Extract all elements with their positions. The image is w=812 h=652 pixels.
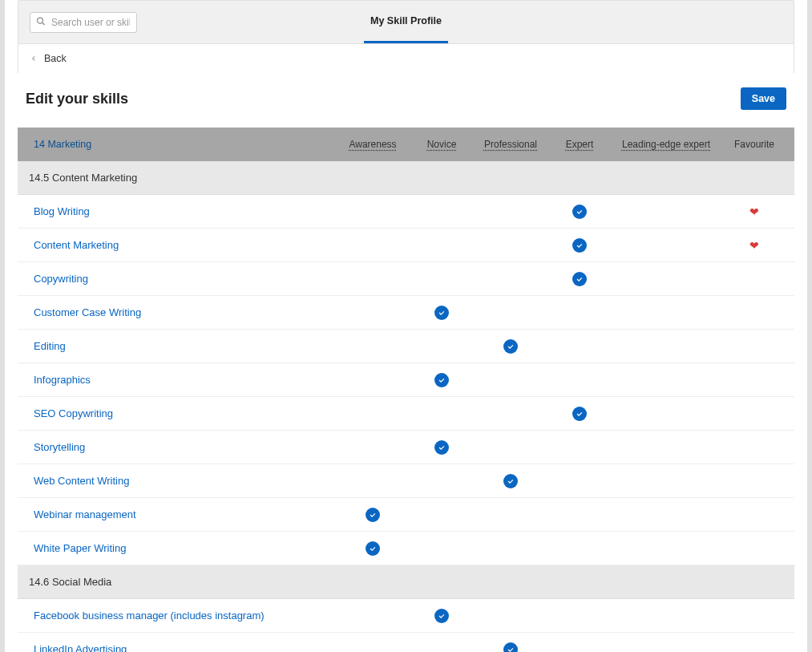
level-cell[interactable] [545, 272, 614, 286]
col-header-professional[interactable]: Professional [476, 139, 545, 150]
skill-link[interactable]: Customer Case Writing [34, 306, 141, 318]
skill-link[interactable]: Content Marketing [34, 239, 119, 251]
level-cell[interactable] [407, 306, 476, 320]
level-cell[interactable] [545, 205, 614, 219]
skill-row: Copywriting [18, 262, 794, 296]
page-edge-right [807, 0, 812, 652]
skill-table: 14 Marketing Awareness Novice Profession… [18, 128, 794, 652]
check-icon[interactable] [434, 609, 449, 623]
tab-my-skill-profile[interactable]: My Skill Profile [364, 1, 448, 43]
table-header-row: 14 Marketing Awareness Novice Profession… [18, 128, 794, 161]
chevron-left-icon [30, 52, 38, 65]
skill-row: Blog Writing❤ [18, 195, 794, 229]
check-icon[interactable] [572, 238, 587, 253]
check-icon[interactable] [572, 205, 587, 219]
skill-row: Content Marketing❤ [18, 229, 794, 262]
skill-link[interactable]: Web Content Writing [34, 475, 129, 487]
skill-name-cell: Web Content Writing [18, 475, 338, 487]
check-icon[interactable] [434, 306, 449, 320]
category-link-cell: 14 Marketing [18, 139, 338, 150]
search-input[interactable] [30, 12, 137, 33]
skill-link[interactable]: Copywriting [34, 273, 88, 285]
skill-row: Infographics [18, 363, 794, 397]
check-icon[interactable] [434, 373, 449, 387]
col-header-awareness[interactable]: Awareness [338, 139, 407, 150]
check-icon[interactable] [503, 474, 518, 488]
skill-name-cell: Webinar management [18, 508, 338, 520]
section-title: 14.6 Social Media [29, 576, 111, 588]
search-icon [36, 16, 46, 28]
skill-name-cell: Infographics [18, 374, 338, 386]
skill-link[interactable]: SEO Copywriting [34, 407, 113, 419]
skill-link[interactable]: Webinar management [34, 508, 136, 520]
skill-row: Editing [18, 330, 794, 363]
topbar: My Skill Profile [18, 0, 794, 44]
skill-row: Facebook business manager (includes inst… [18, 599, 794, 633]
skill-link[interactable]: Blog Writing [34, 205, 90, 217]
level-cell[interactable] [545, 407, 614, 421]
skill-link[interactable]: Infographics [34, 374, 91, 386]
level-cell[interactable] [407, 373, 476, 387]
svg-point-0 [38, 18, 43, 23]
col-header-novice[interactable]: Novice [407, 139, 476, 150]
skill-row: Webinar management [18, 498, 794, 532]
skill-link[interactable]: Editing [34, 340, 66, 352]
check-icon[interactable] [366, 508, 380, 522]
skill-name-cell: Copywriting [18, 273, 338, 285]
skill-row: LinkedIn Advertising [18, 633, 794, 652]
page-title: Edit your skills [26, 91, 128, 107]
skill-link[interactable]: White Paper Writing [34, 542, 126, 554]
check-icon[interactable] [572, 272, 587, 286]
skill-name-cell: Content Marketing [18, 239, 338, 251]
col-header-expert[interactable]: Expert [545, 139, 614, 150]
tab-nav: My Skill Profile [364, 1, 448, 43]
favourite-cell[interactable]: ❤ [718, 205, 790, 218]
favourite-cell[interactable]: ❤ [718, 239, 790, 252]
skill-link[interactable]: LinkedIn Advertising [34, 643, 127, 652]
skill-link[interactable]: Facebook business manager (includes inst… [34, 609, 265, 622]
skill-name-cell: SEO Copywriting [18, 407, 338, 419]
skill-row: White Paper Writing [18, 532, 794, 565]
col-header-leading-edge[interactable]: Leading-edge expert [614, 139, 718, 150]
check-icon[interactable] [366, 541, 380, 556]
section-header: 14.6 Social Media [18, 565, 794, 599]
level-cell[interactable] [545, 238, 614, 253]
save-button[interactable]: Save [741, 87, 786, 110]
title-row: Edit your skills Save [18, 73, 794, 128]
level-cell[interactable] [476, 642, 545, 653]
skill-name-cell: Customer Case Writing [18, 306, 338, 318]
skill-row: Storytelling [18, 431, 794, 464]
skill-name-cell: LinkedIn Advertising [18, 643, 338, 652]
heart-icon[interactable]: ❤ [749, 205, 759, 218]
check-icon[interactable] [434, 440, 449, 455]
category-link[interactable]: 14 Marketing [34, 139, 91, 150]
heart-icon[interactable]: ❤ [749, 239, 759, 252]
skill-name-cell: Facebook business manager (includes inst… [18, 609, 338, 622]
skill-name-cell: Blog Writing [18, 205, 338, 217]
level-cell[interactable] [476, 474, 545, 488]
skill-name-cell: White Paper Writing [18, 542, 338, 554]
check-icon[interactable] [503, 642, 518, 653]
check-icon[interactable] [503, 339, 518, 354]
back-link[interactable]: Back [18, 44, 794, 73]
skill-link[interactable]: Storytelling [34, 441, 85, 453]
search-wrap [30, 12, 137, 33]
skill-row: SEO Copywriting [18, 397, 794, 431]
col-header-favourite: Favourite [718, 139, 790, 150]
page-edge-left [0, 0, 5, 652]
skill-row: Web Content Writing [18, 464, 794, 498]
level-cell[interactable] [338, 508, 407, 522]
level-cell[interactable] [407, 440, 476, 455]
check-icon[interactable] [572, 407, 587, 421]
svg-line-1 [42, 22, 45, 25]
section-header: 14.5 Content Marketing [18, 161, 794, 195]
section-title: 14.5 Content Marketing [29, 172, 137, 184]
level-cell[interactable] [476, 339, 545, 354]
skill-row: Customer Case Writing [18, 296, 794, 330]
level-cell[interactable] [407, 609, 476, 623]
skill-name-cell: Storytelling [18, 441, 338, 453]
skill-name-cell: Editing [18, 340, 338, 352]
level-cell[interactable] [338, 541, 407, 556]
back-label: Back [44, 53, 67, 64]
